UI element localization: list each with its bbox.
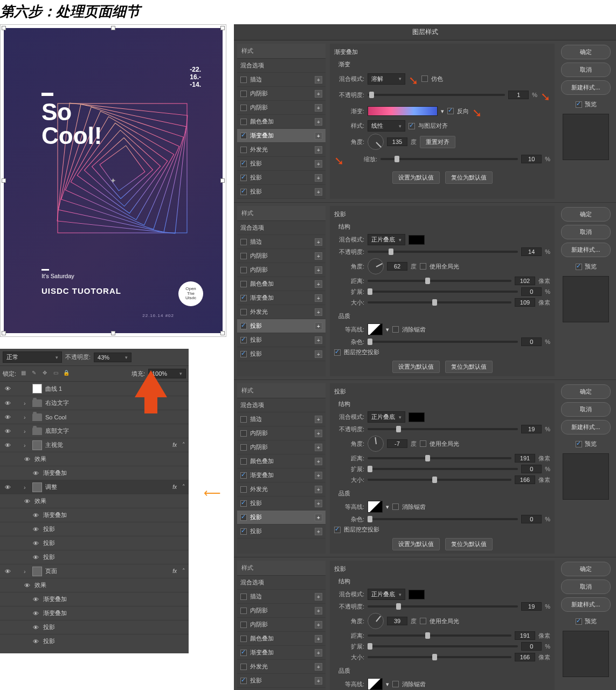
opacity-input[interactable]: 1 [508,91,529,99]
angle-input[interactable]: 135 [387,137,407,146]
style-item[interactable]: 外发光 + [237,482,326,496]
style-checkbox[interactable] [240,337,247,343]
chevron-icon[interactable]: › [24,568,29,575]
ok-button[interactable]: 确定 [561,562,611,576]
add-effect-icon[interactable]: + [315,104,322,112]
layer-fx-item[interactable]: 👁渐变叠加 [0,508,189,522]
style-item[interactable]: 投影 + [237,496,326,510]
style-checkbox[interactable] [240,622,247,628]
style-checkbox[interactable] [240,430,247,437]
size-slider[interactable] [368,479,511,481]
angle-dial[interactable] [368,134,384,150]
poster-preview[interactable]: -22. 16.- -14. SoCool! It's Saturday UIS… [0,24,226,337]
opacity-slider[interactable] [368,428,518,430]
add-effect-icon[interactable]: + [315,188,322,196]
style-checkbox[interactable] [240,189,247,195]
style-checkbox[interactable] [240,161,247,167]
chevron-icon[interactable]: › [24,442,29,448]
reset-default-button[interactable]: 复位为默认值 [445,171,493,184]
style-checkbox[interactable] [240,416,247,423]
style-item[interactable]: 投影 + [237,319,326,333]
add-effect-icon[interactable]: + [315,160,322,168]
angle-input[interactable]: -7 [387,439,407,448]
reset-align-button[interactable]: 重置对齐 [420,136,455,148]
add-effect-icon[interactable]: + [315,500,322,507]
add-effect-icon[interactable]: + [315,174,322,182]
layer-fx-item[interactable]: 👁投影 [0,536,189,550]
style-item[interactable]: 外发光 + [237,660,326,674]
layer-fx-item[interactable]: 👁投影 [0,522,189,536]
style-checkbox[interactable] [240,664,247,670]
style-item[interactable]: 颜色叠加 + [237,454,326,468]
layer-fx-row[interactable]: 👁效果 [0,494,189,508]
add-effect-icon[interactable]: + [315,444,322,451]
style-checkbox[interactable] [240,650,247,656]
preview-checkbox[interactable] [576,264,582,270]
set-default-button[interactable]: 设置为默认值 [392,361,440,373]
add-effect-icon[interactable]: + [315,146,322,154]
style-checkbox[interactable] [240,105,247,111]
reverse-checkbox[interactable] [447,108,454,114]
style-checkbox[interactable] [240,636,247,642]
visibility-icon[interactable]: 👁 [23,498,31,505]
blend-mode-select[interactable]: 溶解▾ [368,73,405,85]
fx-indicator[interactable]: fx [172,484,177,490]
noise-input[interactable]: 0 [521,337,542,346]
style-checkbox[interactable] [240,147,247,153]
color-swatch[interactable] [409,412,425,422]
visibility-icon[interactable]: 👁 [3,400,12,406]
add-effect-icon[interactable]: + [315,677,322,685]
fx-indicator[interactable]: fx [172,568,177,574]
blend-options-item[interactable]: 混合选项 [237,59,326,73]
spread-slider[interactable] [368,468,518,470]
color-swatch[interactable] [409,235,425,245]
layer-fx-item[interactable]: 👁渐变叠加 [0,606,189,620]
chevron-icon[interactable]: › [24,428,29,434]
style-checkbox[interactable] [240,472,247,479]
cancel-button[interactable]: 取消 [561,579,611,594]
style-checkbox[interactable] [240,351,247,357]
style-checkbox[interactable] [240,175,247,181]
visibility-icon[interactable]: 👁 [3,442,12,448]
style-checkbox[interactable] [240,323,247,329]
style-checkbox[interactable] [240,458,247,465]
style-item[interactable]: 渐变叠加 + [237,291,326,305]
chevron-icon[interactable]: › [24,400,29,406]
size-input[interactable]: 166 [515,653,535,661]
antialias-checkbox[interactable] [392,326,399,333]
style-item[interactable]: 颜色叠加 + [237,115,326,129]
new-style-button[interactable]: 新建样式... [561,243,611,257]
blend-mode-select[interactable]: 正片叠底▾ [368,411,405,423]
color-swatch[interactable] [409,590,425,599]
visibility-icon[interactable]: 👁 [3,385,12,392]
style-checkbox[interactable] [240,267,247,273]
visibility-icon[interactable]: 👁 [31,624,40,631]
visibility-icon[interactable]: 👁 [31,554,40,561]
transform-handle[interactable] [220,178,225,183]
style-checkbox[interactable] [240,500,247,507]
blend-mode-select[interactable]: 正片叠底▾ [368,589,405,600]
opacity-slider[interactable] [368,251,518,253]
gradient-picker[interactable] [368,106,438,116]
new-style-button[interactable]: 新建样式... [561,420,611,434]
style-item[interactable]: 外发光 + [237,305,326,319]
scale-input[interactable]: 10 [521,155,542,163]
opacity-slider[interactable] [368,94,505,96]
add-effect-icon[interactable]: + [315,118,322,126]
lock-pixels-icon[interactable]: ▦ [19,370,27,377]
style-checkbox[interactable] [240,77,247,83]
add-effect-icon[interactable]: + [315,90,322,98]
fx-indicator[interactable]: fx [172,442,177,448]
layer-row[interactable]: 👁 › 主视觉 fx˄ [0,438,189,452]
reset-default-button[interactable]: 复位为默认值 [445,538,493,550]
visibility-icon[interactable]: 👁 [31,470,40,477]
transform-handle[interactable] [2,178,6,183]
distance-slider[interactable] [368,457,511,459]
size-slider[interactable] [368,656,511,658]
global-light-checkbox[interactable] [420,618,426,624]
style-item[interactable]: 渐变叠加 + [237,646,326,660]
distance-slider[interactable] [368,280,511,282]
add-effect-icon[interactable]: + [315,336,322,344]
angle-input[interactable]: 39 [387,617,407,625]
visibility-icon[interactable]: 👁 [31,526,40,533]
